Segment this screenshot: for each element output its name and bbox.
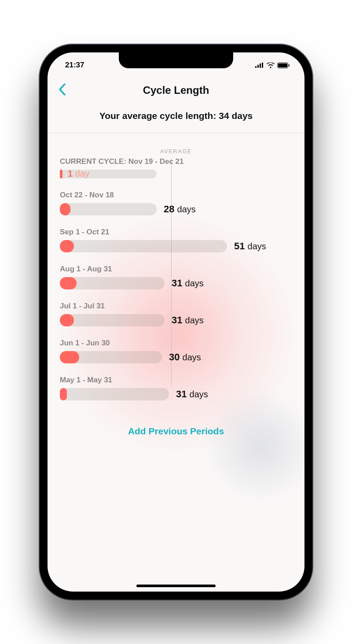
home-indicator[interactable]	[136, 585, 216, 587]
back-button[interactable]	[58, 83, 66, 98]
cycle-value: 30 days	[169, 352, 201, 363]
cycle-value: 31 days	[172, 315, 204, 326]
cycle-bar-track	[60, 351, 162, 363]
average-label: AVERAGE	[60, 148, 292, 155]
cycle-date-range: Oct 22 - Nov 18	[60, 191, 292, 200]
status-time: 21:37	[65, 61, 84, 70]
cycle-value: 51 days	[234, 241, 266, 252]
average-summary: Your average cycle length: 34 days	[48, 103, 304, 133]
svg-rect-1	[257, 65, 259, 68]
cycle-bar-fill	[60, 240, 74, 252]
cycle-value: 31 days	[176, 389, 208, 400]
cycle-bar-track	[60, 240, 227, 252]
cycle-date-range: Sep 1 - Oct 21	[60, 228, 292, 237]
page-title: Cycle Length	[143, 84, 209, 96]
cycle-list: AVERAGE CURRENT CYCLE: Nov 19 - Dec 21 1…	[48, 133, 304, 400]
status-icons	[255, 63, 290, 68]
cycle-bar-track	[60, 314, 165, 326]
phone-screen: 21:37 Cycle Length Your average cycle le…	[48, 52, 304, 592]
cycle-bar-fill	[60, 388, 67, 400]
background-glow-2	[203, 389, 304, 503]
chevron-left-icon	[58, 83, 66, 96]
svg-rect-5	[278, 63, 287, 67]
svg-rect-0	[255, 66, 257, 68]
svg-rect-2	[260, 63, 261, 68]
notch	[119, 52, 233, 68]
cycle-bar-fill	[60, 314, 74, 326]
cycle-date-range: CURRENT CYCLE: Nov 19 - Dec 21	[60, 157, 292, 166]
svg-rect-3	[262, 63, 263, 68]
cycle-value: 31 days	[172, 278, 204, 289]
cycle-row[interactable]: Oct 22 - Nov 1828 days	[60, 191, 292, 215]
cycle-bar-fill	[60, 351, 79, 363]
cycle-row[interactable]: Jun 1 - Jun 3030 days	[60, 339, 292, 363]
cycle-bar-fill	[60, 203, 70, 215]
cycle-row[interactable]: May 1 - May 3131 days	[60, 376, 292, 400]
cycle-row[interactable]: Sep 1 - Oct 2151 days	[60, 228, 292, 252]
wifi-icon	[267, 63, 275, 68]
cycle-bar-fill	[60, 277, 77, 289]
cycle-bar-track	[60, 203, 157, 215]
cycle-date-range: Jul 1 - Jul 31	[60, 302, 292, 311]
cycle-bar-track	[60, 388, 169, 400]
cycle-date-range: Aug 1 - Aug 31	[60, 265, 292, 274]
current-cycle-row[interactable]: CURRENT CYCLE: Nov 19 - Dec 21 1 day	[60, 157, 292, 178]
add-previous-periods-button[interactable]: Add Previous Periods	[48, 413, 304, 445]
cycle-date-range: May 1 - May 31	[60, 376, 292, 385]
cycle-date-range: Jun 1 - Jun 30	[60, 339, 292, 348]
cycle-bar-track	[60, 277, 165, 289]
svg-rect-6	[289, 64, 290, 67]
cycle-bar-fill	[60, 170, 62, 178]
cycle-value: 1 day	[68, 169, 89, 179]
phone-frame: 21:37 Cycle Length Your average cycle le…	[40, 44, 312, 600]
cellular-icon	[255, 63, 264, 68]
cycle-row[interactable]: Aug 1 - Aug 3131 days	[60, 265, 292, 289]
cycle-value: 28 days	[164, 204, 196, 215]
nav-bar: Cycle Length	[48, 78, 304, 103]
cycle-row[interactable]: Jul 1 - Jul 3131 days	[60, 302, 292, 326]
battery-icon	[277, 63, 290, 68]
